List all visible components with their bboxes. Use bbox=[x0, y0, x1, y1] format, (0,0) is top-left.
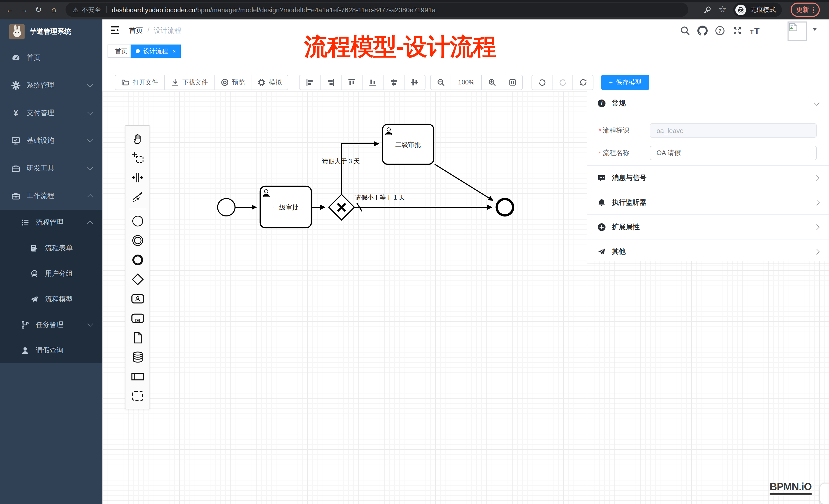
bpmn-diagram[interactable]: 一级审批 二级审批 请假大于 3 天 请假小于等于 1 天 bbox=[102, 91, 587, 504]
condition-label-gt3[interactable]: 请假大于 3 天 bbox=[322, 158, 360, 164]
bookmark-star-icon[interactable]: ☆ bbox=[717, 4, 728, 15]
dashboard-icon bbox=[11, 53, 21, 63]
breadcrumb-home[interactable]: 首页 bbox=[129, 26, 143, 35]
panel-section-general[interactable]: i 常规 bbox=[587, 91, 829, 116]
chevron-right-icon bbox=[814, 175, 820, 181]
sidebar-item-pay[interactable]: ¥ 支付管理 bbox=[0, 99, 102, 127]
start-event[interactable] bbox=[218, 198, 235, 216]
panel-section-other[interactable]: 其他 bbox=[587, 239, 829, 264]
key-icon[interactable] bbox=[702, 5, 712, 14]
sidebar-item-leave-query[interactable]: 请假查询 bbox=[0, 338, 102, 363]
toolbox-icon bbox=[11, 164, 21, 173]
chevron-up-icon bbox=[87, 221, 93, 227]
browser-home-button[interactable]: ⌂ bbox=[48, 4, 60, 15]
sidebar-item-process-model[interactable]: 流程模型 bbox=[0, 286, 102, 312]
tab-label: 设计流程 bbox=[143, 47, 168, 55]
simulate-button[interactable]: 模拟 bbox=[251, 75, 288, 90]
panel-section-message[interactable]: 消息与信号 bbox=[587, 166, 829, 190]
svg-text:T: T bbox=[754, 26, 760, 36]
svg-text:T: T bbox=[750, 29, 754, 35]
zoom-reset-button[interactable] bbox=[502, 75, 523, 90]
align-right-button[interactable] bbox=[320, 75, 341, 90]
sidebar-item-home[interactable]: 首页 bbox=[0, 44, 102, 72]
paper-plane-icon bbox=[30, 295, 39, 304]
align-middle-button[interactable] bbox=[383, 75, 404, 90]
corner-handle[interactable] bbox=[820, 483, 829, 504]
app-logo-row[interactable]: 芋道管理系统 bbox=[0, 20, 102, 44]
condition-label-le1[interactable]: 请假小于等于 1 天 bbox=[355, 194, 405, 201]
panel-section-extension[interactable]: 扩展属性 bbox=[587, 215, 829, 239]
github-icon[interactable] bbox=[697, 26, 708, 36]
folder-open-icon bbox=[121, 78, 130, 86]
align-left-button[interactable] bbox=[299, 75, 321, 90]
sidebar-item-label: 请假查询 bbox=[36, 346, 64, 355]
align-center-button[interactable] bbox=[404, 75, 426, 90]
panel-section-listener[interactable]: 执行监听器 bbox=[587, 190, 829, 215]
general-form: * 流程标识 * 流程名称 bbox=[587, 116, 829, 166]
sidebar-item-workflow[interactable]: 工作流程 bbox=[0, 182, 102, 210]
redo-button[interactable] bbox=[552, 75, 573, 90]
sidebar-item-label: 支付管理 bbox=[27, 109, 54, 118]
avatar[interactable] bbox=[788, 22, 807, 41]
open-file-button[interactable]: 打开文件 bbox=[115, 75, 165, 90]
process-key-row: * 流程标识 bbox=[587, 123, 829, 138]
help-icon[interactable]: ? bbox=[715, 26, 725, 36]
flow-gateway-to-task2[interactable] bbox=[341, 144, 379, 194]
robot-face-icon bbox=[30, 269, 39, 278]
sidebar: 芋道管理系统 首页 系统管理 ¥ 支付管理 基础设施 研发工具 工作流 bbox=[0, 20, 102, 504]
breadcrumb-current: 设计流程 bbox=[154, 26, 181, 35]
sidebar-item-label: 流程模型 bbox=[45, 295, 73, 304]
sidebar-item-process-form[interactable]: 流程表单 bbox=[0, 235, 102, 261]
fullscreen-icon[interactable] bbox=[732, 26, 743, 36]
sidebar-item-dev[interactable]: 研发工具 bbox=[0, 155, 102, 182]
designer-toolbar: 打开文件 下载文件 预览 模拟 100% bbox=[102, 62, 829, 91]
bpmn-io-logo[interactable]: BPMN.iO bbox=[769, 481, 812, 495]
address-bar[interactable]: ⚠ 不安全 dashboard.yudao.iocoder.cn/bpm/man… bbox=[66, 3, 688, 17]
section-label: 其他 bbox=[612, 247, 626, 256]
download-file-button[interactable]: 下载文件 bbox=[165, 75, 215, 90]
end-event[interactable] bbox=[497, 199, 513, 216]
chevron-down-icon bbox=[87, 321, 93, 327]
bpmn-canvas[interactable]: 一级审批 二级审批 请假大于 3 天 请假小于等于 1 天 BPMN.iO i … bbox=[102, 91, 829, 504]
button-label: 模拟 bbox=[269, 78, 282, 87]
browser-bar: ← → ↻ ⌂ ⚠ 不安全 dashboard.yudao.iocoder.cn… bbox=[0, 0, 829, 20]
process-key-input[interactable] bbox=[650, 123, 817, 138]
properties-panel: i 常规 * 流程标识 * 流程名称 消息与信号 bbox=[587, 91, 829, 261]
sidebar-item-infra[interactable]: 基础设施 bbox=[0, 127, 102, 155]
sidebar-collapse-icon[interactable] bbox=[111, 26, 121, 36]
align-bottom-button[interactable] bbox=[362, 75, 384, 90]
sidebar-item-label: 任务管理 bbox=[36, 320, 64, 329]
browser-back-button[interactable]: ← bbox=[4, 4, 15, 15]
preview-button[interactable]: 预览 bbox=[214, 75, 251, 90]
sidebar-item-process-mgmt[interactable]: 流程管理 bbox=[0, 210, 102, 235]
download-icon bbox=[171, 78, 179, 86]
chevron-down-icon bbox=[87, 109, 93, 115]
sidebar-item-label: 首页 bbox=[27, 53, 40, 63]
sidebar-item-system[interactable]: 系统管理 bbox=[0, 72, 102, 99]
search-icon[interactable] bbox=[680, 26, 690, 36]
undo-button[interactable] bbox=[532, 75, 552, 90]
chevron-down-icon bbox=[87, 82, 93, 87]
font-size-icon[interactable]: TT bbox=[750, 26, 760, 36]
align-center-icon bbox=[411, 78, 419, 86]
browser-update-button[interactable]: 更新 bbox=[791, 3, 820, 17]
browser-forward-button[interactable]: → bbox=[19, 4, 30, 15]
active-dot bbox=[136, 49, 140, 53]
save-model-button[interactable]: + 保存模型 bbox=[601, 75, 649, 90]
zoom-in-button[interactable] bbox=[481, 75, 502, 90]
button-label: 下载文件 bbox=[182, 78, 208, 87]
flow-task2-to-end[interactable] bbox=[435, 164, 493, 201]
avatar-caret-icon[interactable] bbox=[812, 28, 817, 31]
process-name-input[interactable] bbox=[650, 146, 817, 160]
sidebar-item-task-mgmt[interactable]: 任务管理 bbox=[0, 312, 102, 338]
gear-icon bbox=[11, 81, 21, 90]
sidebar-item-user-group[interactable]: 用户分组 bbox=[0, 261, 102, 286]
button-label: 预览 bbox=[232, 78, 245, 87]
sidebar-item-label: 基础设施 bbox=[27, 136, 54, 145]
close-icon[interactable]: × bbox=[173, 48, 176, 54]
tab-design[interactable]: 设计流程 × bbox=[131, 44, 181, 58]
zoom-out-button[interactable] bbox=[430, 75, 451, 90]
align-top-button[interactable] bbox=[341, 75, 363, 90]
browser-reload-button[interactable]: ↻ bbox=[33, 4, 44, 15]
restart-button[interactable] bbox=[573, 75, 593, 90]
